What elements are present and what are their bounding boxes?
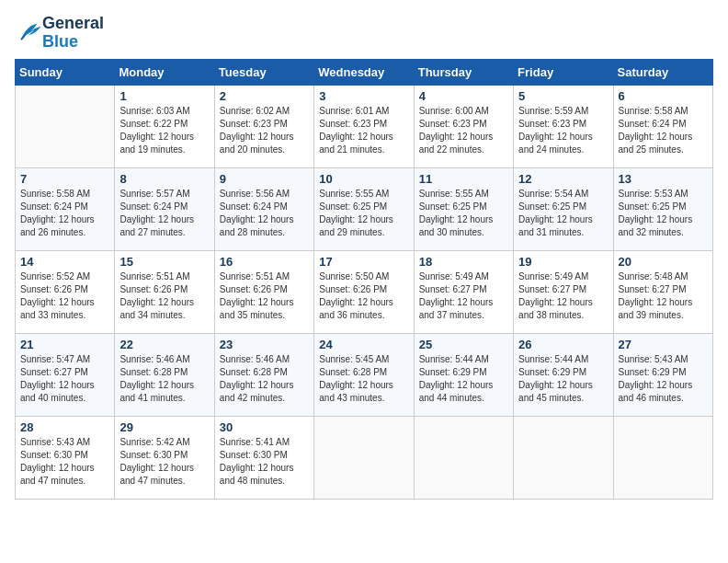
day-number: 27 bbox=[619, 338, 708, 351]
page-header: GeneralBlue bbox=[15, 15, 713, 52]
calendar-day-cell: 10Sunrise: 5:55 AM Sunset: 6:25 PM Dayli… bbox=[314, 167, 414, 250]
day-number: 15 bbox=[119, 255, 209, 269]
day-of-week-header: Sunday bbox=[16, 59, 115, 85]
day-number: 16 bbox=[220, 255, 309, 269]
day-info: Sunrise: 5:47 AM Sunset: 6:27 PM Dayligh… bbox=[20, 353, 109, 405]
day-info: Sunrise: 5:54 AM Sunset: 6:25 PM Dayligh… bbox=[518, 188, 608, 239]
day-info: Sunrise: 6:01 AM Sunset: 6:23 PM Dayligh… bbox=[319, 105, 408, 156]
calendar-day-cell bbox=[314, 416, 414, 499]
day-number: 21 bbox=[20, 338, 109, 351]
day-number: 30 bbox=[220, 420, 309, 434]
calendar-day-cell: 26Sunrise: 5:44 AM Sunset: 6:29 PM Dayli… bbox=[514, 333, 613, 416]
day-number: 20 bbox=[619, 255, 708, 269]
day-info: Sunrise: 5:46 AM Sunset: 6:28 PM Dayligh… bbox=[119, 353, 209, 405]
day-info: Sunrise: 5:58 AM Sunset: 6:24 PM Dayligh… bbox=[20, 188, 109, 239]
day-info: Sunrise: 5:57 AM Sunset: 6:24 PM Dayligh… bbox=[119, 188, 209, 239]
day-info: Sunrise: 5:51 AM Sunset: 6:26 PM Dayligh… bbox=[220, 270, 309, 322]
day-number: 8 bbox=[119, 172, 209, 186]
calendar-day-cell bbox=[414, 416, 513, 499]
calendar-day-cell: 14Sunrise: 5:52 AM Sunset: 6:26 PM Dayli… bbox=[16, 250, 115, 333]
calendar-day-cell: 7Sunrise: 5:58 AM Sunset: 6:24 PM Daylig… bbox=[16, 167, 115, 250]
day-info: Sunrise: 5:43 AM Sunset: 6:30 PM Dayligh… bbox=[20, 436, 109, 488]
day-info: Sunrise: 6:03 AM Sunset: 6:22 PM Dayligh… bbox=[119, 105, 209, 156]
day-of-week-header: Tuesday bbox=[214, 59, 313, 85]
calendar-day-cell: 5Sunrise: 5:59 AM Sunset: 6:23 PM Daylig… bbox=[514, 85, 613, 167]
calendar-day-cell: 3Sunrise: 6:01 AM Sunset: 6:23 PM Daylig… bbox=[314, 85, 414, 167]
day-number: 19 bbox=[518, 255, 608, 269]
day-info: Sunrise: 5:41 AM Sunset: 6:30 PM Dayligh… bbox=[220, 436, 309, 488]
day-number: 22 bbox=[119, 338, 209, 351]
calendar-day-cell: 12Sunrise: 5:54 AM Sunset: 6:25 PM Dayli… bbox=[514, 167, 613, 250]
day-number: 13 bbox=[619, 172, 708, 186]
calendar-day-cell: 13Sunrise: 5:53 AM Sunset: 6:25 PM Dayli… bbox=[613, 167, 712, 250]
day-number: 26 bbox=[518, 338, 608, 351]
day-number: 14 bbox=[20, 255, 109, 269]
day-of-week-header: Wednesday bbox=[314, 59, 414, 85]
calendar-day-cell: 15Sunrise: 5:51 AM Sunset: 6:26 PM Dayli… bbox=[115, 250, 214, 333]
logo-icon bbox=[17, 18, 42, 44]
day-info: Sunrise: 5:55 AM Sunset: 6:25 PM Dayligh… bbox=[419, 188, 508, 239]
day-info: Sunrise: 5:46 AM Sunset: 6:28 PM Dayligh… bbox=[220, 353, 309, 405]
day-info: Sunrise: 6:02 AM Sunset: 6:23 PM Dayligh… bbox=[220, 105, 309, 156]
day-number: 6 bbox=[619, 89, 708, 103]
logo-text: GeneralBlue bbox=[42, 15, 104, 52]
calendar-day-cell: 19Sunrise: 5:49 AM Sunset: 6:27 PM Dayli… bbox=[514, 250, 613, 333]
calendar-day-cell: 9Sunrise: 5:56 AM Sunset: 6:24 PM Daylig… bbox=[214, 167, 313, 250]
calendar-week-row: 21Sunrise: 5:47 AM Sunset: 6:27 PM Dayli… bbox=[16, 333, 713, 416]
calendar-day-cell: 25Sunrise: 5:44 AM Sunset: 6:29 PM Dayli… bbox=[414, 333, 513, 416]
day-info: Sunrise: 6:00 AM Sunset: 6:23 PM Dayligh… bbox=[419, 105, 508, 156]
day-number: 24 bbox=[319, 338, 408, 351]
calendar-day-cell: 22Sunrise: 5:46 AM Sunset: 6:28 PM Dayli… bbox=[115, 333, 214, 416]
calendar-day-cell: 8Sunrise: 5:57 AM Sunset: 6:24 PM Daylig… bbox=[115, 167, 214, 250]
day-info: Sunrise: 5:56 AM Sunset: 6:24 PM Dayligh… bbox=[220, 188, 309, 239]
day-number: 7 bbox=[20, 172, 109, 186]
day-number: 18 bbox=[419, 255, 508, 269]
day-info: Sunrise: 5:59 AM Sunset: 6:23 PM Dayligh… bbox=[518, 105, 608, 156]
day-number: 3 bbox=[319, 89, 408, 103]
day-number: 4 bbox=[419, 89, 508, 103]
day-number: 23 bbox=[220, 338, 309, 351]
calendar-header-row: SundayMondayTuesdayWednesdayThursdayFrid… bbox=[16, 59, 713, 85]
day-info: Sunrise: 5:49 AM Sunset: 6:27 PM Dayligh… bbox=[419, 270, 508, 322]
calendar-week-row: 1Sunrise: 6:03 AM Sunset: 6:22 PM Daylig… bbox=[16, 85, 713, 167]
day-number: 11 bbox=[419, 172, 508, 186]
day-number: 9 bbox=[220, 172, 309, 186]
day-info: Sunrise: 5:48 AM Sunset: 6:27 PM Dayligh… bbox=[619, 270, 708, 322]
calendar-day-cell: 23Sunrise: 5:46 AM Sunset: 6:28 PM Dayli… bbox=[214, 333, 313, 416]
calendar-day-cell: 27Sunrise: 5:43 AM Sunset: 6:29 PM Dayli… bbox=[613, 333, 712, 416]
day-number: 25 bbox=[419, 338, 508, 351]
day-info: Sunrise: 5:53 AM Sunset: 6:25 PM Dayligh… bbox=[619, 188, 708, 239]
calendar-day-cell bbox=[613, 416, 712, 499]
day-info: Sunrise: 5:44 AM Sunset: 6:29 PM Dayligh… bbox=[518, 353, 608, 405]
calendar-day-cell: 30Sunrise: 5:41 AM Sunset: 6:30 PM Dayli… bbox=[214, 416, 313, 499]
calendar-day-cell: 28Sunrise: 5:43 AM Sunset: 6:30 PM Dayli… bbox=[16, 416, 115, 499]
day-info: Sunrise: 5:51 AM Sunset: 6:26 PM Dayligh… bbox=[119, 270, 209, 322]
day-of-week-header: Monday bbox=[115, 59, 214, 85]
logo: GeneralBlue bbox=[15, 15, 104, 52]
calendar-day-cell: 2Sunrise: 6:02 AM Sunset: 6:23 PM Daylig… bbox=[214, 85, 313, 167]
day-info: Sunrise: 5:50 AM Sunset: 6:26 PM Dayligh… bbox=[319, 270, 408, 322]
day-number: 2 bbox=[220, 89, 309, 103]
day-number: 28 bbox=[20, 420, 109, 434]
day-of-week-header: Thursday bbox=[414, 59, 513, 85]
calendar-table: SundayMondayTuesdayWednesdayThursdayFrid… bbox=[15, 59, 713, 500]
day-info: Sunrise: 5:52 AM Sunset: 6:26 PM Dayligh… bbox=[20, 270, 109, 322]
day-number: 5 bbox=[518, 89, 608, 103]
day-info: Sunrise: 5:49 AM Sunset: 6:27 PM Dayligh… bbox=[518, 270, 608, 322]
day-number: 1 bbox=[119, 89, 209, 103]
calendar-day-cell: 4Sunrise: 6:00 AM Sunset: 6:23 PM Daylig… bbox=[414, 85, 513, 167]
day-info: Sunrise: 5:44 AM Sunset: 6:29 PM Dayligh… bbox=[419, 353, 508, 405]
day-number: 10 bbox=[319, 172, 408, 186]
calendar-day-cell bbox=[16, 85, 115, 167]
calendar-day-cell bbox=[514, 416, 613, 499]
calendar-week-row: 14Sunrise: 5:52 AM Sunset: 6:26 PM Dayli… bbox=[16, 250, 713, 333]
calendar-week-row: 28Sunrise: 5:43 AM Sunset: 6:30 PM Dayli… bbox=[16, 416, 713, 499]
day-number: 17 bbox=[319, 255, 408, 269]
calendar-day-cell: 6Sunrise: 5:58 AM Sunset: 6:24 PM Daylig… bbox=[613, 85, 712, 167]
day-info: Sunrise: 5:45 AM Sunset: 6:28 PM Dayligh… bbox=[319, 353, 408, 405]
calendar-day-cell: 21Sunrise: 5:47 AM Sunset: 6:27 PM Dayli… bbox=[16, 333, 115, 416]
calendar-day-cell: 29Sunrise: 5:42 AM Sunset: 6:30 PM Dayli… bbox=[115, 416, 214, 499]
calendar-day-cell: 11Sunrise: 5:55 AM Sunset: 6:25 PM Dayli… bbox=[414, 167, 513, 250]
day-info: Sunrise: 5:55 AM Sunset: 6:25 PM Dayligh… bbox=[319, 188, 408, 239]
day-number: 29 bbox=[119, 420, 209, 434]
